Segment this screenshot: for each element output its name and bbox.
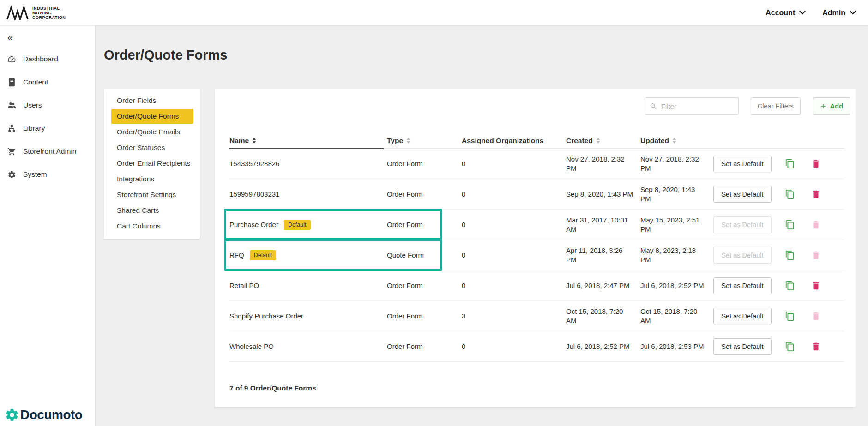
table-body: 1543357928826 Order Form 0 Nov 27, 2018,… — [229, 149, 844, 362]
admin-menu-label: Admin — [822, 9, 845, 17]
copy-button[interactable] — [782, 277, 798, 294]
delete-button[interactable] — [808, 216, 824, 233]
subnav-item[interactable]: Integrations — [111, 172, 193, 186]
gear-icon — [7, 170, 16, 179]
assigned-organizations-count: 3 — [462, 312, 566, 320]
clear-filters-button[interactable]: Clear Filters — [751, 97, 801, 115]
delete-button[interactable] — [808, 186, 824, 203]
form-name-cell: Retail PO — [229, 282, 387, 289]
book-icon — [7, 78, 16, 87]
column-header-created[interactable]: Created — [566, 137, 640, 145]
updated-date: May 8, 2023, 2:18 PM — [640, 246, 713, 264]
add-button-label: Add — [830, 102, 843, 110]
form-type: Order Form — [387, 160, 462, 168]
column-header-assigned-organizations[interactable]: Assigned Organizations — [462, 137, 566, 145]
chevron-down-icon — [850, 11, 856, 15]
form-name: Shopify Purchase Order — [229, 312, 303, 320]
created-date: Jul 6, 2018, 2:47 PM — [566, 281, 640, 290]
updated-date: Oct 15, 2018, 7:20 AM — [640, 307, 713, 325]
main-content: Order/Quote Forms Order Fields Order/Quo… — [95, 25, 868, 426]
subnav-item[interactable]: Order Email Recipients — [111, 156, 193, 171]
delete-button[interactable] — [808, 156, 824, 172]
copy-button[interactable] — [782, 186, 798, 203]
sidebar-item-library[interactable]: Library — [0, 117, 95, 140]
assigned-organizations-count: 0 — [462, 221, 566, 228]
sidebar-item-storefront-admin[interactable]: Storefront Admin — [0, 140, 95, 163]
updated-date: Nov 27, 2018, 2:32 PM — [640, 155, 713, 173]
created-date: Apr 11, 2018, 3:26 PM — [566, 246, 640, 264]
trash-icon — [811, 342, 821, 352]
sidebar-item-label: Users — [23, 101, 42, 109]
table-row: 1599597803231 Order Form 0 Sep 8, 2020, … — [229, 179, 844, 210]
table-row: Shopify Purchase Order Order Form 3 Oct … — [229, 301, 844, 331]
delete-button[interactable] — [808, 338, 824, 355]
account-menu[interactable]: Account — [766, 9, 806, 17]
sidebar-item-content[interactable]: Content — [0, 71, 95, 94]
created-date: Mar 31, 2017, 10:01 AM — [566, 216, 640, 234]
trash-icon — [811, 220, 821, 230]
form-name: Wholesale PO — [229, 342, 274, 350]
default-badge: Default — [250, 250, 277, 260]
filter-input[interactable] — [661, 102, 734, 110]
assigned-organizations-count: 0 — [462, 160, 566, 168]
column-header-updated[interactable]: Updated — [640, 137, 713, 145]
form-name-cell: Wholesale PO — [229, 342, 387, 350]
set-as-default-button[interactable]: Set as Default — [713, 156, 772, 172]
admin-menu[interactable]: Admin — [822, 9, 856, 17]
delete-button[interactable] — [808, 308, 824, 324]
column-header-type[interactable]: Type — [387, 137, 462, 145]
subnav-item[interactable]: Order Statuses — [111, 140, 193, 155]
assigned-organizations-count: 0 — [462, 190, 566, 198]
search-icon — [650, 102, 657, 110]
sidebar-item-dashboard[interactable]: Dashboard — [0, 48, 95, 71]
table-toolbar: Clear Filters Add — [645, 97, 850, 115]
trash-icon — [811, 311, 821, 321]
copy-icon — [785, 311, 795, 321]
dashboard-icon — [7, 55, 16, 64]
created-date: Nov 27, 2018, 2:32 PM — [566, 155, 640, 173]
set-as-default-button[interactable]: Set as Default — [713, 338, 772, 355]
set-as-default-button[interactable]: Set as Default — [713, 186, 772, 203]
form-type: Order Form — [387, 282, 462, 289]
chevron-down-icon — [799, 11, 806, 15]
copy-button[interactable] — [782, 216, 798, 233]
add-button[interactable]: Add — [813, 97, 850, 115]
company-logo: INDUSTRIAL MOWING CORPORATION — [6, 6, 66, 20]
set-as-default-button[interactable]: Set as Default — [713, 216, 772, 233]
form-name-cell: 1599597803231 — [229, 190, 387, 198]
copy-icon — [785, 159, 795, 169]
set-as-default-button[interactable]: Set as Default — [713, 277, 772, 294]
subnav-item[interactable]: Order/Quote Emails — [111, 125, 193, 139]
documoto-wordmark: Documoto — [20, 408, 82, 422]
copy-button[interactable] — [782, 247, 798, 264]
subnav-item[interactable]: Storefront Settings — [111, 187, 193, 202]
updated-date: Jul 6, 2018, 2:53 PM — [640, 342, 713, 351]
delete-button[interactable] — [808, 247, 824, 264]
set-as-default-button[interactable]: Set as Default — [713, 247, 772, 264]
column-header-name[interactable]: Name — [229, 137, 387, 145]
table-row: Purchase Order Default Order Form 0 Mar … — [229, 210, 844, 240]
assigned-organizations-count: 0 — [462, 282, 566, 289]
mountain-logo-icon — [6, 6, 29, 20]
copy-button[interactable] — [782, 156, 798, 172]
sitemap-icon — [7, 124, 16, 133]
sidebar-item-system[interactable]: System — [0, 163, 95, 186]
form-name: Retail PO — [229, 282, 259, 289]
subnav-item[interactable]: Cart Columns — [111, 219, 193, 234]
top-bar: INDUSTRIAL MOWING CORPORATION Account Ad… — [0, 0, 868, 25]
sidebar: « Dashboard Content Users Library Storef… — [0, 25, 95, 426]
sidebar-collapse-button[interactable]: « — [0, 25, 95, 48]
copy-button[interactable] — [782, 308, 798, 324]
set-as-default-button[interactable]: Set as Default — [713, 308, 772, 324]
subnav-item[interactable]: Shared Carts — [111, 203, 193, 218]
sidebar-item-users[interactable]: Users — [0, 94, 95, 117]
column-label: Created — [566, 137, 593, 145]
delete-button[interactable] — [808, 277, 824, 294]
subnav-item[interactable]: Order Fields — [111, 93, 193, 108]
subnav-item[interactable]: Order/Quote Forms — [111, 109, 193, 124]
copy-button[interactable] — [782, 338, 798, 355]
top-right-menus: Account Admin — [766, 9, 856, 17]
column-label: Type — [387, 137, 403, 145]
copy-icon — [785, 342, 795, 352]
sidebar-item-label: Library — [23, 124, 45, 132]
